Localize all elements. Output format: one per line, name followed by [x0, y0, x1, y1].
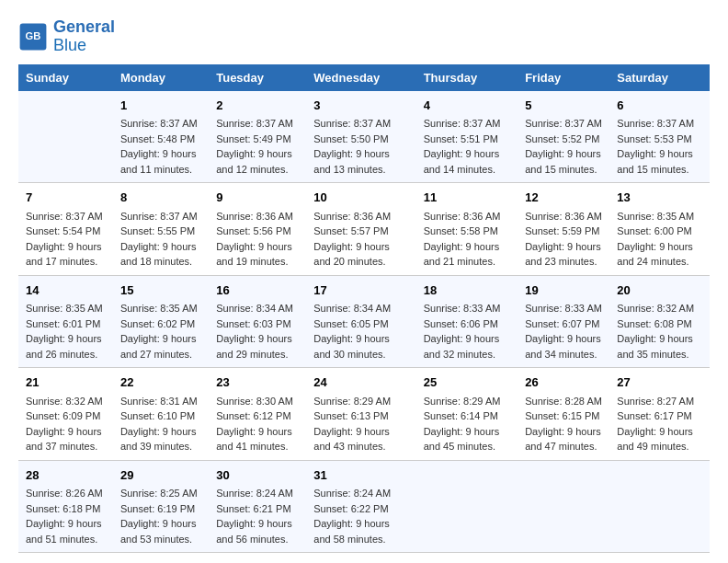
day-number: 23 [216, 373, 299, 392]
day-number: 6 [617, 97, 702, 115]
day-info: Sunrise: 8:35 AMSunset: 6:02 PMDaylight:… [120, 301, 201, 362]
day-number: 7 [26, 189, 106, 207]
day-cell: 10Sunrise: 8:36 AMSunset: 5:57 PMDayligh… [306, 183, 415, 276]
column-header-sunday: Sunday [18, 64, 113, 91]
day-info: Sunrise: 8:37 AMSunset: 5:51 PMDaylight:… [424, 116, 511, 177]
day-number: 29 [120, 466, 201, 485]
day-info: Sunrise: 8:34 AMSunset: 6:03 PMDaylight:… [216, 301, 299, 362]
day-cell [18, 91, 113, 183]
week-row-5: 28Sunrise: 8:26 AMSunset: 6:18 PMDayligh… [18, 460, 710, 553]
day-cell: 13Sunrise: 8:35 AMSunset: 6:00 PMDayligh… [609, 183, 710, 276]
day-number: 1 [120, 97, 201, 115]
day-info: Sunrise: 8:37 AMSunset: 5:52 PMDaylight:… [525, 116, 602, 177]
day-cell: 7Sunrise: 8:37 AMSunset: 5:54 PMDaylight… [18, 183, 113, 276]
day-info: Sunrise: 8:33 AMSunset: 6:07 PMDaylight:… [525, 301, 602, 362]
day-number: 28 [26, 466, 106, 485]
week-row-4: 21Sunrise: 8:32 AMSunset: 6:09 PMDayligh… [18, 368, 710, 461]
page-header: GB GeneralBlue [18, 18, 710, 55]
day-number: 9 [216, 189, 299, 207]
day-number: 17 [313, 282, 408, 300]
calendar-table: SundayMondayTuesdayWednesdayThursdayFrid… [18, 64, 710, 554]
day-info: Sunrise: 8:33 AMSunset: 6:06 PMDaylight:… [424, 301, 511, 362]
day-cell: 16Sunrise: 8:34 AMSunset: 6:03 PMDayligh… [209, 275, 306, 368]
logo-icon: GB [18, 22, 48, 52]
day-info: Sunrise: 8:32 AMSunset: 6:09 PMDaylight:… [26, 394, 106, 454]
day-cell: 29Sunrise: 8:25 AMSunset: 6:19 PMDayligh… [113, 460, 209, 553]
day-info: Sunrise: 8:24 AMSunset: 6:22 PMDaylight:… [313, 486, 408, 546]
day-info: Sunrise: 8:37 AMSunset: 5:54 PMDaylight:… [26, 209, 106, 270]
column-header-tuesday: Tuesday [209, 64, 306, 91]
day-number: 24 [313, 373, 408, 392]
day-info: Sunrise: 8:29 AMSunset: 6:13 PMDaylight:… [313, 394, 408, 454]
day-number: 14 [26, 282, 106, 300]
day-info: Sunrise: 8:26 AMSunset: 6:18 PMDaylight:… [26, 486, 106, 546]
day-cell: 24Sunrise: 8:29 AMSunset: 6:13 PMDayligh… [306, 368, 415, 461]
day-number: 21 [26, 373, 106, 392]
day-info: Sunrise: 8:37 AMSunset: 5:50 PMDaylight:… [313, 116, 408, 177]
day-info: Sunrise: 8:37 AMSunset: 5:53 PMDaylight:… [617, 116, 702, 177]
day-number: 8 [120, 189, 201, 207]
day-number: 31 [313, 466, 408, 485]
day-number: 5 [525, 97, 602, 115]
day-cell: 9Sunrise: 8:36 AMSunset: 5:56 PMDaylight… [209, 183, 306, 276]
day-number: 27 [617, 373, 702, 392]
column-header-friday: Friday [518, 64, 609, 91]
column-header-thursday: Thursday [416, 64, 518, 91]
day-info: Sunrise: 8:32 AMSunset: 6:08 PMDaylight:… [617, 301, 702, 362]
day-info: Sunrise: 8:29 AMSunset: 6:14 PMDaylight:… [424, 394, 511, 454]
day-cell: 19Sunrise: 8:33 AMSunset: 6:07 PMDayligh… [518, 275, 609, 368]
day-cell [609, 460, 710, 553]
week-row-2: 7Sunrise: 8:37 AMSunset: 5:54 PMDaylight… [18, 183, 710, 276]
day-info: Sunrise: 8:24 AMSunset: 6:21 PMDaylight:… [216, 486, 299, 546]
day-cell: 27Sunrise: 8:27 AMSunset: 6:17 PMDayligh… [609, 368, 710, 461]
day-cell: 11Sunrise: 8:36 AMSunset: 5:58 PMDayligh… [416, 183, 518, 276]
day-info: Sunrise: 8:30 AMSunset: 6:12 PMDaylight:… [216, 394, 299, 454]
day-cell: 31Sunrise: 8:24 AMSunset: 6:22 PMDayligh… [306, 460, 415, 553]
column-header-wednesday: Wednesday [306, 64, 415, 91]
day-info: Sunrise: 8:35 AMSunset: 6:01 PMDaylight:… [26, 301, 106, 362]
day-number: 20 [617, 282, 702, 300]
day-cell: 8Sunrise: 8:37 AMSunset: 5:55 PMDaylight… [113, 183, 209, 276]
day-cell: 25Sunrise: 8:29 AMSunset: 6:14 PMDayligh… [416, 368, 518, 461]
day-number: 12 [525, 189, 602, 207]
day-number: 11 [424, 189, 511, 207]
day-cell: 6Sunrise: 8:37 AMSunset: 5:53 PMDaylight… [609, 91, 710, 183]
day-cell: 12Sunrise: 8:36 AMSunset: 5:59 PMDayligh… [518, 183, 609, 276]
header-row: SundayMondayTuesdayWednesdayThursdayFrid… [18, 64, 710, 91]
day-number: 26 [525, 373, 602, 392]
day-number: 25 [424, 373, 511, 392]
day-number: 19 [525, 282, 602, 300]
day-cell: 1Sunrise: 8:37 AMSunset: 5:48 PMDaylight… [113, 91, 209, 183]
column-header-saturday: Saturday [609, 64, 710, 91]
day-cell: 22Sunrise: 8:31 AMSunset: 6:10 PMDayligh… [113, 368, 209, 461]
day-info: Sunrise: 8:28 AMSunset: 6:15 PMDaylight:… [525, 394, 602, 454]
day-cell [416, 460, 518, 553]
day-info: Sunrise: 8:36 AMSunset: 5:58 PMDaylight:… [424, 209, 511, 270]
day-number: 10 [313, 189, 408, 207]
day-cell: 18Sunrise: 8:33 AMSunset: 6:06 PMDayligh… [416, 275, 518, 368]
day-cell: 17Sunrise: 8:34 AMSunset: 6:05 PMDayligh… [306, 275, 415, 368]
logo-text: GeneralBlue [53, 18, 115, 55]
day-cell: 30Sunrise: 8:24 AMSunset: 6:21 PMDayligh… [209, 460, 306, 553]
svg-text:GB: GB [26, 30, 41, 41]
day-cell: 4Sunrise: 8:37 AMSunset: 5:51 PMDaylight… [416, 91, 518, 183]
week-row-3: 14Sunrise: 8:35 AMSunset: 6:01 PMDayligh… [18, 275, 710, 368]
day-cell: 26Sunrise: 8:28 AMSunset: 6:15 PMDayligh… [518, 368, 609, 461]
day-cell: 2Sunrise: 8:37 AMSunset: 5:49 PMDaylight… [209, 91, 306, 183]
day-number: 4 [424, 97, 511, 115]
day-number: 18 [424, 282, 511, 300]
day-info: Sunrise: 8:27 AMSunset: 6:17 PMDaylight:… [617, 394, 702, 454]
day-info: Sunrise: 8:35 AMSunset: 6:00 PMDaylight:… [617, 209, 702, 270]
day-number: 15 [120, 282, 201, 300]
day-number: 22 [120, 373, 201, 392]
day-number: 3 [313, 97, 408, 115]
day-info: Sunrise: 8:31 AMSunset: 6:10 PMDaylight:… [120, 394, 201, 454]
day-cell: 20Sunrise: 8:32 AMSunset: 6:08 PMDayligh… [609, 275, 710, 368]
column-header-monday: Monday [113, 64, 209, 91]
day-number: 16 [216, 282, 299, 300]
day-info: Sunrise: 8:34 AMSunset: 6:05 PMDaylight:… [313, 301, 408, 362]
day-number: 30 [216, 466, 299, 485]
day-info: Sunrise: 8:36 AMSunset: 5:56 PMDaylight:… [216, 209, 299, 270]
logo: GB GeneralBlue [18, 18, 115, 55]
day-info: Sunrise: 8:36 AMSunset: 5:59 PMDaylight:… [525, 209, 602, 270]
